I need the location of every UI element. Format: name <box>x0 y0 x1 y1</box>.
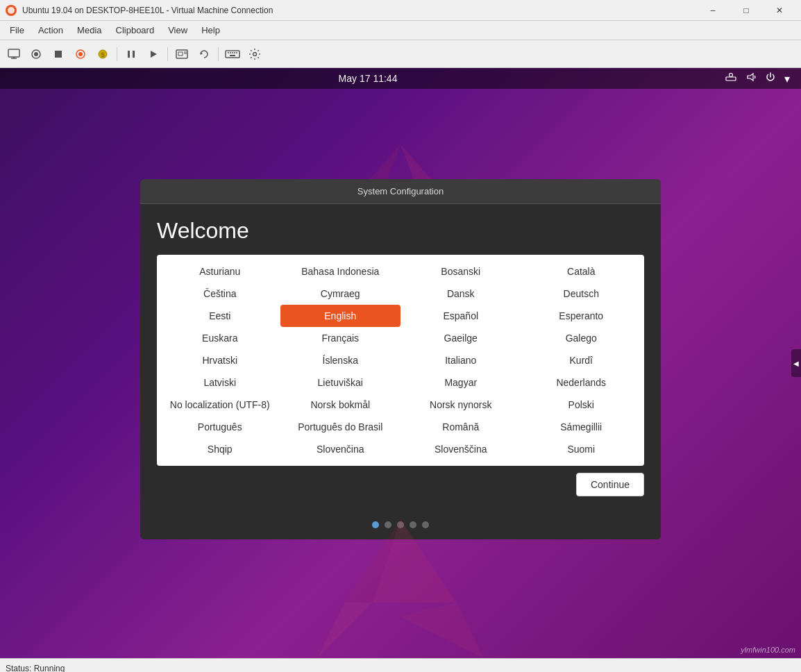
lang-slovencina[interactable]: Slovenčina <box>280 438 401 460</box>
maximize-button[interactable]: □ <box>730 0 762 21</box>
dialog-body: Welcome Asturianu Bahasa Indonesia Bosan… <box>140 204 661 510</box>
lang-italiano[interactable]: Italiano <box>400 349 521 371</box>
lang-romana[interactable]: Română <box>400 416 521 438</box>
toolbar-separator-2 <box>167 47 168 61</box>
lang-bosanski[interactable]: Bosanski <box>400 260 521 283</box>
toolbar-stop-btn[interactable] <box>49 44 68 64</box>
lang-kurdi[interactable]: Kurdî <box>521 349 642 371</box>
dialog-title: System Configuration <box>140 179 661 204</box>
system-config-dialog: System Configuration Welcome Asturianu B… <box>140 179 661 539</box>
close-button[interactable]: ✕ <box>764 0 795 21</box>
menu-view[interactable]: View <box>161 22 194 38</box>
lang-asturianu[interactable]: Asturianu <box>160 260 280 283</box>
toolbar-coin-btn[interactable]: $ <box>93 44 112 64</box>
vm-topbar-icons: ▾ <box>725 72 790 85</box>
power-icon[interactable] <box>765 72 776 85</box>
svg-rect-34 <box>726 77 736 81</box>
toolbar-separator-1 <box>117 47 117 61</box>
minimize-button[interactable]: – <box>697 0 729 21</box>
lang-espanol[interactable]: Español <box>400 305 521 327</box>
svg-text:$: $ <box>101 51 104 58</box>
menu-action[interactable]: Action <box>31 22 70 38</box>
lang-euskara[interactable]: Euskara <box>160 327 280 349</box>
sidebar-arrow-icon: ◀ <box>793 360 799 367</box>
toolbar-play-btn[interactable] <box>144 44 163 64</box>
volume-icon[interactable] <box>745 72 757 85</box>
menu-file[interactable]: File <box>3 22 31 38</box>
continue-button[interactable]: Continue <box>576 473 644 496</box>
svg-rect-19 <box>226 51 239 58</box>
lang-hrvatski[interactable]: Hrvatski <box>160 349 280 371</box>
menu-media[interactable]: Media <box>70 22 108 38</box>
toolbar-monitor-btn[interactable] <box>4 44 24 64</box>
lang-english[interactable]: English <box>280 305 401 327</box>
lang-latviski[interactable]: Latviski <box>160 371 280 394</box>
lang-gaeilge[interactable]: Gaeilge <box>400 327 521 349</box>
watermark: ylmfwin100.com <box>741 646 795 654</box>
lang-deutsch[interactable]: Deutsch <box>521 283 642 305</box>
lang-samegillii[interactable]: Sámegillii <box>521 416 642 438</box>
dialog-footer: Continue <box>157 466 644 499</box>
svg-rect-15 <box>178 52 183 56</box>
svg-marker-40 <box>317 603 373 658</box>
bottom-bg-shapes <box>262 519 539 658</box>
lang-bahasa-indonesia[interactable]: Bahasa Indonesia <box>280 260 401 283</box>
lang-norsk-bokmal[interactable]: Norsk bokmål <box>280 394 401 416</box>
dialog-welcome-heading: Welcome <box>157 218 644 244</box>
window-controls: – □ ✕ <box>697 0 795 21</box>
lang-magyar[interactable]: Magyar <box>400 371 521 394</box>
app-icon <box>6 5 17 16</box>
lang-catala[interactable]: Català <box>521 260 642 283</box>
lang-eesti[interactable]: Eesti <box>160 305 280 327</box>
lang-galego[interactable]: Galego <box>521 327 642 349</box>
lang-islenska[interactable]: Íslenska <box>280 349 401 371</box>
svg-rect-12 <box>133 51 135 58</box>
svg-point-0 <box>8 7 15 14</box>
vm-topbar: May 17 11:44 <box>0 68 801 89</box>
toolbar-rec2-btn[interactable] <box>71 44 90 64</box>
toolbar: $ <box>0 40 801 68</box>
sidebar-handle[interactable]: ◀ <box>791 349 801 377</box>
status-bar: Status: Running <box>0 658 801 672</box>
lang-francais[interactable]: Français <box>280 327 401 349</box>
lang-portugues-brasil[interactable]: Português do Brasil <box>280 416 401 438</box>
menu-clipboard[interactable]: Clipboard <box>109 22 162 38</box>
lang-slovenscina[interactable]: Slovenščina <box>400 438 521 460</box>
svg-marker-18 <box>201 52 203 55</box>
lang-polski[interactable]: Polski <box>521 394 642 416</box>
svg-rect-1 <box>8 49 19 57</box>
svg-point-26 <box>253 52 257 56</box>
svg-marker-13 <box>151 51 157 58</box>
lang-norsk-nynorsk[interactable]: Norsk nynorsk <box>400 394 521 416</box>
toolbar-revert-btn[interactable] <box>194 44 214 64</box>
svg-rect-25 <box>230 55 235 56</box>
network-icon[interactable] <box>725 72 737 85</box>
lang-shqip[interactable]: Shqip <box>160 438 280 460</box>
window-title: Ubuntu 19.04 on DESKTOP-8HEE10L - Virtua… <box>22 6 691 15</box>
lang-cymraeg[interactable]: Cymraeg <box>280 283 401 305</box>
svg-rect-11 <box>128 51 130 58</box>
toolbar-snapshot-btn[interactable] <box>172 44 192 64</box>
menu-bar: File Action Media Clipboard View Help <box>0 21 801 40</box>
lang-esperanto[interactable]: Esperanto <box>521 305 642 327</box>
vm-datetime: May 17 11:44 <box>339 73 398 84</box>
toolbar-record-btn[interactable] <box>26 44 46 64</box>
toolbar-settings-btn[interactable] <box>245 44 264 64</box>
svg-point-35 <box>730 74 733 77</box>
svg-rect-6 <box>55 51 62 58</box>
status-text: Status: Running <box>6 664 65 673</box>
lang-no-localization[interactable]: No localization (UTF-8) <box>160 394 280 416</box>
toolbar-pause-btn[interactable] <box>121 44 141 64</box>
lang-suomi[interactable]: Suomi <box>521 438 642 460</box>
toolbar-separator-3 <box>218 47 219 61</box>
lang-dansk[interactable]: Dansk <box>400 283 521 305</box>
lang-lietuviski[interactable]: Lietuviškai <box>280 371 401 394</box>
lang-cestina[interactable]: Čeština <box>160 283 280 305</box>
svg-marker-41 <box>400 603 484 658</box>
topbar-dropdown-icon[interactable]: ▾ <box>784 72 790 85</box>
lang-portugues[interactable]: Português <box>160 416 280 438</box>
toolbar-keyboard-btn[interactable] <box>223 44 242 64</box>
lang-nederlands[interactable]: Nederlands <box>521 371 642 394</box>
vm-display[interactable]: May 17 11:44 <box>0 68 801 658</box>
menu-help[interactable]: Help <box>194 22 227 38</box>
